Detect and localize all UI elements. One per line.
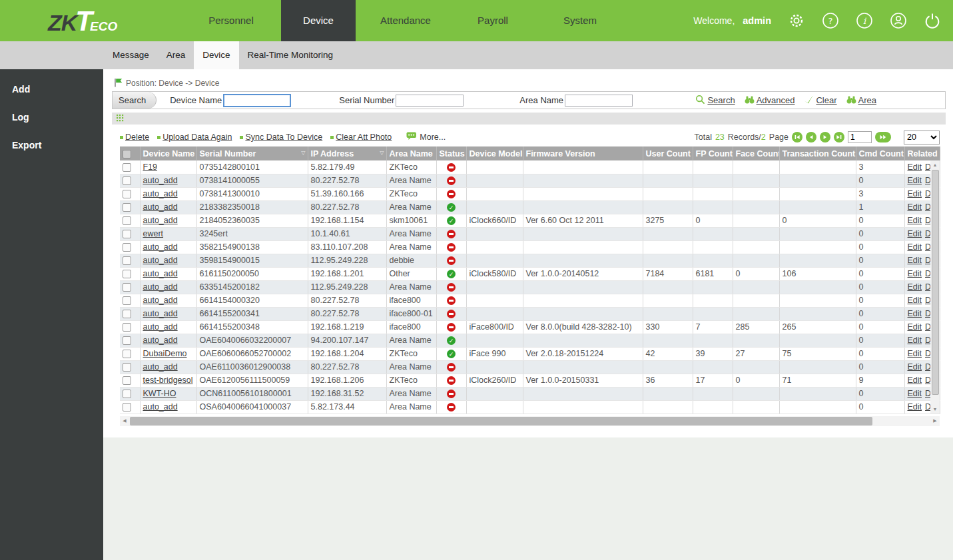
device-name-link[interactable]: auto_add [143,296,178,305]
nav-item-payroll[interactable]: Payroll [456,0,530,41]
row-edit-link[interactable]: Edit [908,229,922,238]
row-edit-link[interactable]: Edit [908,402,922,412]
row-checkbox[interactable] [123,323,131,332]
settings-gear-icon[interactable] [787,12,805,30]
device-name-link[interactable]: auto_add [143,216,178,225]
row-checkbox[interactable] [123,390,131,398]
column-header-cmd-count[interactable]: Cmd Count [856,146,904,160]
device-name-link[interactable]: auto_add [143,189,178,198]
go-to-page-button[interactable] [875,132,891,142]
row-checkbox[interactable] [123,336,131,345]
device-name-link[interactable]: auto_add [143,242,178,252]
row-edit-link[interactable]: Edit [908,322,922,332]
row-checkbox[interactable] [123,163,131,172]
row-checkbox[interactable] [123,296,131,305]
row-checkbox[interactable] [123,216,131,225]
row-edit-link[interactable]: Edit [908,389,922,398]
help-icon[interactable]: ? [821,12,839,30]
sort-icon[interactable]: ▽ [301,150,305,156]
device-name-link[interactable]: auto_add [143,336,178,345]
page-size-select[interactable]: 20 [904,131,940,144]
column-header-related[interactable]: Related [904,146,940,160]
sidebar-item-log[interactable]: Log [0,103,103,131]
scroll-right-arrow-icon[interactable]: ▶ [930,416,940,426]
device-name-link[interactable]: F19 [143,162,158,172]
device-name-link[interactable]: auto_add [143,362,178,372]
row-checkbox[interactable] [123,350,131,358]
sidebar-item-export[interactable]: Export [0,131,103,159]
row-checkbox[interactable] [123,403,131,412]
upload-data-again-button[interactable]: Upload Data Again [157,133,232,142]
area-button[interactable]: Area [846,95,876,106]
sync-data-to-device-button[interactable]: Sync Data To Device [240,133,322,142]
column-header-ip-address[interactable]: IP Address▽ [308,146,386,160]
column-header-status[interactable]: Status [436,146,466,160]
power-logout-icon[interactable] [923,12,941,30]
column-header-serial-number[interactable]: Serial Number▽ [196,146,308,160]
row-checkbox[interactable] [123,243,131,252]
row-checkbox[interactable] [123,256,131,265]
device-name-link[interactable]: auto_add [143,309,178,318]
device-name-link[interactable]: ewert [143,229,164,238]
column-header-area-name[interactable]: Area Name [386,146,436,160]
device-name-link[interactable]: auto_add [143,322,178,332]
row-edit-link[interactable]: Edit [908,242,922,252]
row-checkbox[interactable] [123,190,131,198]
tab-area[interactable]: Area [158,41,194,69]
row-edit-link[interactable]: Edit [908,256,922,265]
nav-item-device[interactable]: Device [281,0,356,41]
serial-number-input[interactable] [396,95,464,107]
row-edit-link[interactable]: Edit [908,189,922,198]
info-icon[interactable]: i [855,12,873,30]
row-checkbox[interactable] [123,203,131,212]
prev-page-button[interactable] [806,132,816,142]
tab-real-time-monitoring[interactable]: Real-Time Monitoring [239,41,342,69]
row-checkbox[interactable] [123,230,131,238]
nav-item-attendance[interactable]: Attendance [368,0,443,41]
column-header-user-count[interactable]: User Count [643,146,693,160]
horizontal-scrollbar[interactable]: ◀ ▶ [120,416,940,426]
row-edit-link[interactable]: Edit [908,282,922,292]
device-name-link[interactable]: DubaiDemo [143,349,187,358]
row-edit-link[interactable]: Edit [908,309,922,318]
clear-button[interactable]: Clear [804,95,836,106]
scroll-left-arrow-icon[interactable]: ◀ [120,416,129,426]
row-edit-link[interactable]: Edit [908,296,922,305]
user-account-icon[interactable] [889,12,907,30]
row-edit-link[interactable]: Edit [908,336,922,345]
row-edit-link[interactable]: Edit [908,269,922,278]
scroll-down-arrow-icon[interactable]: ▼ [930,405,940,414]
advanced-button[interactable]: Advanced [745,95,795,106]
row-edit-link[interactable]: Edit [908,202,922,212]
nav-item-personnel[interactable]: Personnel [194,0,268,41]
column-header-firmware-version[interactable]: Firmware Version [523,146,643,160]
clear-att-photo-button[interactable]: Clear Att Photo [330,133,392,142]
row-edit-link[interactable]: Edit [908,176,922,185]
vertical-scroll-thumb[interactable] [932,170,939,395]
search-button[interactable]: Search [695,95,735,107]
device-name-input[interactable] [223,94,291,107]
device-name-link[interactable]: auto_add [143,256,178,265]
row-checkbox[interactable] [123,270,131,278]
vertical-scrollbar[interactable]: ▲ ▼ [930,160,940,414]
column-header-fp-count[interactable]: FP Count [693,146,733,160]
row-edit-link[interactable]: Edit [908,162,922,172]
sort-icon[interactable]: ▽ [380,150,384,156]
tab-device[interactable]: Device [194,41,238,69]
row-edit-link[interactable]: Edit [908,349,922,358]
row-checkbox[interactable] [123,310,131,318]
area-name-input[interactable] [565,95,633,107]
delete-button[interactable]: Delete [120,133,149,142]
collapse-grip-bar[interactable] [112,113,946,125]
row-edit-link[interactable]: Edit [908,376,922,385]
row-edit-link[interactable]: Edit [908,362,922,372]
device-name-link[interactable]: KWT-HO [143,389,176,398]
device-name-link[interactable]: auto_add [143,269,178,278]
scroll-up-arrow-icon[interactable]: ▲ [930,160,940,169]
device-name-link[interactable]: auto_add [143,202,178,212]
first-page-button[interactable] [792,132,802,142]
device-name-link[interactable]: test-bridgesol [143,376,193,385]
row-edit-link[interactable]: Edit [908,216,922,225]
device-name-link[interactable]: auto_add [143,282,178,292]
column-header-device-model[interactable]: Device Model [466,146,523,160]
